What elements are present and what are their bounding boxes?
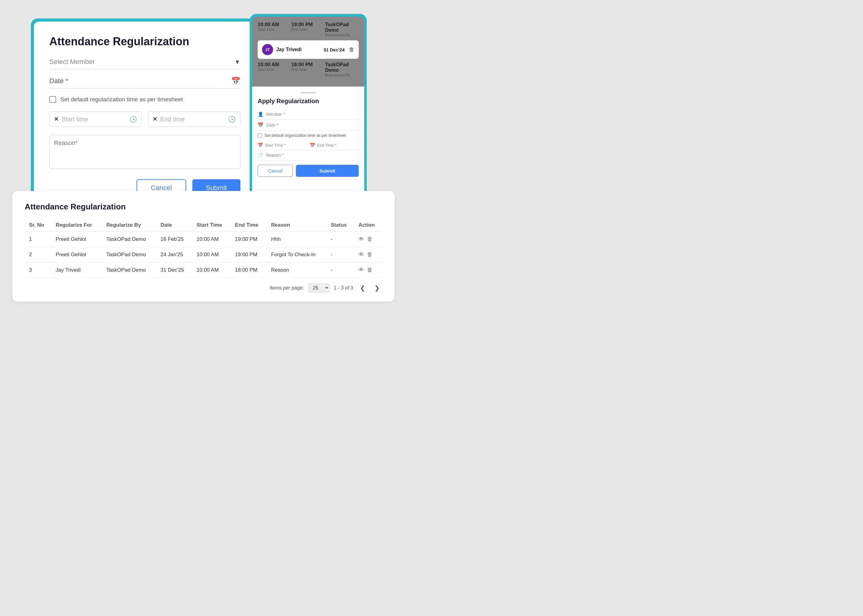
action-icons: 👁 🗑 (359, 267, 378, 273)
start-time-col1: 10:00 AM Start Time (258, 22, 291, 37)
cell-reason: Forgot To Check-In (267, 247, 326, 262)
cell-start-time: 10:00 AM (192, 247, 231, 262)
mobile-member-row[interactable]: 👤 Member * (258, 109, 359, 120)
end-time-col2: 18:00 PM End Time (291, 62, 325, 77)
date-row[interactable]: Date * 📅 (49, 77, 240, 89)
right-top-section: 10:00 AM Start Time 19:00 PM End Time Ta… (252, 16, 364, 86)
delete-icon[interactable]: 🗑 (367, 236, 373, 242)
col-date: Date (156, 219, 192, 232)
cell-regularize-for: Jay Trivedi (52, 262, 102, 278)
pagination-row: Items per page: 25 50 100 1 - 3 of 3 ❮ ❯ (25, 283, 382, 292)
start-time-label2: Start Time (258, 68, 291, 72)
delete-icon[interactable]: 🗑 (367, 251, 373, 258)
attendance-table: Sr. No Regularize For Regularize By Date… (25, 219, 382, 278)
mobile-reason-label: Reason * (266, 153, 284, 158)
clear-end-icon[interactable]: ✕ (153, 116, 157, 123)
end-time-label2: End Time (291, 68, 325, 72)
right-top-row1: 10:00 AM Start Time 19:00 PM End Time Ta… (258, 22, 359, 37)
next-page-button[interactable]: ❯ (372, 284, 382, 292)
col-end-time: End Time (230, 219, 267, 232)
right-panel: 10:00 AM Start Time 19:00 PM End Time Ta… (252, 16, 364, 221)
table-header: Sr. No Regularize For Regularize By Date… (25, 219, 382, 232)
reason-textarea[interactable] (49, 135, 240, 169)
mobile-start-time-field[interactable]: 📅 Start Time * (258, 143, 307, 148)
col-reason: Reason (267, 219, 326, 232)
reg-by-val2: TaskOPad Demo (325, 62, 359, 73)
cell-end-time: 18:00 PM (230, 262, 267, 278)
table-row: 3 Jay Trivedi TaskOPad Demo 31 Dec'25 10… (25, 262, 382, 278)
table-row: 2 Preeti Gehlot TaskOPad Demo 24 Jan'25 … (25, 247, 382, 262)
user-name: Jay Trivedi (276, 47, 302, 52)
mobile-cancel-button[interactable]: Cancel (258, 165, 293, 177)
start-time-val1: 10:00 AM (258, 22, 291, 27)
action-icons: 👁 🗑 (359, 236, 378, 242)
apply-title: Apply Regularization (258, 97, 359, 105)
table-row: 1 Preeti Gehlot TaskOPad Demo 16 Feb'25 … (25, 232, 382, 247)
cell-sr-no: 3 (25, 262, 52, 278)
table-title: Attendance Regularization (25, 202, 382, 212)
cell-regularize-by: TaskOPad Demo (102, 262, 156, 278)
mobile-member-label: Member * (266, 112, 285, 117)
cell-regularize-by: TaskOPad Demo (102, 232, 156, 247)
checkbox-row[interactable]: Set default regularization time as per t… (49, 96, 240, 103)
start-time-input[interactable]: ✕ Start time 🕓 (49, 112, 142, 127)
cell-action: 👁 🗑 (354, 247, 382, 262)
view-icon[interactable]: 👁 (359, 236, 364, 242)
reg-by-label2: Regularized By (325, 73, 359, 77)
start-time-label1: Start Time (258, 27, 291, 32)
delete-user-icon[interactable]: 🗑 (349, 47, 354, 53)
mobile-checkbox-row[interactable]: Set default organization time as per tim… (258, 130, 359, 140)
cell-reason: Reason (267, 262, 326, 278)
left-modal-wrapper: Attendance Regularization Select Member … (31, 19, 259, 206)
calendar-icon: 📅 (231, 77, 240, 85)
mobile-end-time-label: End Time * (317, 143, 337, 148)
end-time-input[interactable]: ✕ End time 🕓 (148, 112, 240, 127)
calendar-icon-start-mobile: 📅 (258, 143, 263, 148)
action-icons: 👁 🗑 (359, 251, 378, 258)
clear-start-icon[interactable]: ✕ (54, 116, 58, 123)
end-time-val2: 18:00 PM (291, 62, 325, 68)
right-top-row2: 10:00 AM Start Time 18:00 PM End Time Ta… (258, 62, 359, 77)
col-start-time: Start Time (192, 219, 231, 232)
start-time-val2: 10:00 AM (258, 62, 291, 68)
mobile-submit-button[interactable]: Submit (296, 165, 359, 177)
end-time-col1: 19:00 PM End Time (291, 22, 325, 37)
cell-action: 👁 🗑 (354, 262, 382, 278)
clock-icon-end: 🕓 (228, 115, 236, 123)
reg-by-val1: TaskOPad Demo (325, 22, 359, 33)
mobile-default-time-checkbox[interactable] (258, 134, 262, 138)
select-member-row[interactable]: Select Member ▼ (49, 58, 240, 69)
delete-icon[interactable]: 🗑 (367, 267, 373, 273)
end-time-label1: End Time (291, 27, 325, 32)
cell-end-time: 19:00 PM (230, 247, 267, 262)
start-time-col2: 10:00 AM Start Time (258, 62, 291, 77)
cell-date: 24 Jan'25 (156, 247, 192, 262)
cell-regularize-by: TaskOPad Demo (102, 247, 156, 262)
cell-date: 31 Dec'25 (156, 262, 192, 278)
time-row: ✕ Start time 🕓 ✕ End time 🕓 (49, 112, 240, 127)
items-per-page-select[interactable]: 25 50 100 (308, 283, 329, 292)
reg-by-col1: TaskOPad Demo Regularized By (325, 22, 359, 37)
cell-start-time: 10:00 AM (192, 262, 231, 278)
cell-status: - (326, 262, 354, 278)
date-label: Date * (49, 77, 68, 85)
view-icon[interactable]: 👁 (359, 251, 364, 258)
mobile-reason-row[interactable]: 📄 Reason * (258, 150, 359, 160)
view-icon[interactable]: 👁 (359, 267, 364, 273)
modal-title: Attendance Regularization (49, 35, 240, 48)
calendar-icon-mobile: 📅 (258, 122, 263, 128)
reg-by-col2: TaskOPad Demo Regularized By (325, 62, 359, 77)
mobile-date-row[interactable]: 📅 Date * (258, 120, 359, 130)
prev-page-button[interactable]: ❮ (357, 284, 368, 292)
mobile-checkbox-label: Set default organization time as per tim… (265, 133, 346, 138)
col-regularize-by: Regularize By (102, 219, 156, 232)
mobile-end-time-field[interactable]: 📅 End Time * (310, 143, 359, 148)
items-per-page-label: Items per page: (270, 285, 304, 291)
default-time-checkbox[interactable] (49, 96, 56, 103)
end-time-val1: 19:00 PM (291, 22, 325, 27)
start-time-placeholder: Start time (61, 116, 126, 123)
bottom-sheet-handle (301, 92, 316, 93)
left-modal: Attendance Regularization Select Member … (34, 22, 256, 203)
mobile-date-label: Date * (266, 123, 278, 127)
cell-status: - (326, 232, 354, 247)
